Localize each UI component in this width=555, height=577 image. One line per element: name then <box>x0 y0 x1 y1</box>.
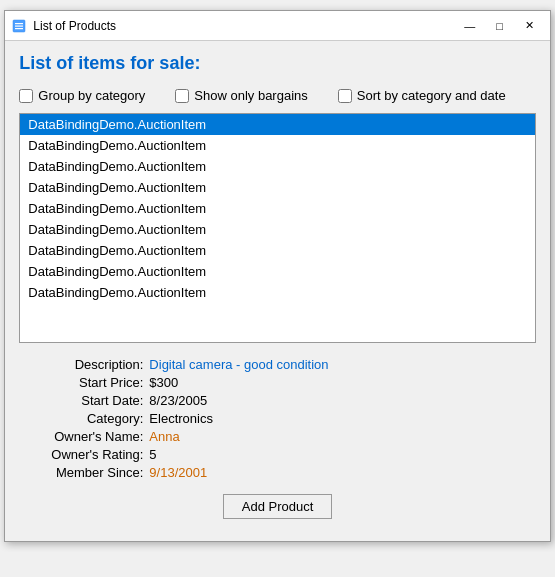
svg-rect-2 <box>15 25 23 26</box>
minimize-button[interactable]: — <box>456 15 484 37</box>
group-by-category-checkbox[interactable] <box>19 89 33 103</box>
title-bar: List of Products — □ ✕ <box>5 11 549 41</box>
sort-category-date-label: Sort by category and date <box>357 88 506 103</box>
start-date-label: Start Date: <box>39 393 149 408</box>
list-item[interactable]: DataBindingDemo.AuctionItem <box>20 261 534 282</box>
products-list[interactable]: DataBindingDemo.AuctionItemDataBindingDe… <box>19 113 535 343</box>
owners-rating-label: Owner's Rating: <box>39 447 149 462</box>
content-area: List of items for sale: Group by categor… <box>5 41 549 541</box>
maximize-button[interactable]: □ <box>486 15 514 37</box>
svg-rect-3 <box>15 28 23 29</box>
description-value: Digital camera - good condition <box>149 357 535 372</box>
list-item[interactable]: DataBindingDemo.AuctionItem <box>20 114 534 135</box>
description-label: Description: <box>39 357 149 372</box>
close-button[interactable]: ✕ <box>516 15 544 37</box>
start-price-value: $300 <box>149 375 535 390</box>
group-by-category-item[interactable]: Group by category <box>19 88 145 103</box>
svg-rect-1 <box>15 23 23 24</box>
owners-rating-value: 5 <box>149 447 535 462</box>
list-item[interactable]: DataBindingDemo.AuctionItem <box>20 135 534 156</box>
checkboxes-row: Group by category Show only bargains Sor… <box>19 88 535 103</box>
list-item[interactable]: DataBindingDemo.AuctionItem <box>20 282 534 303</box>
details-section: Description: Digital camera - good condi… <box>19 357 535 480</box>
list-item[interactable]: DataBindingDemo.AuctionItem <box>20 198 534 219</box>
list-item[interactable]: DataBindingDemo.AuctionItem <box>20 219 534 240</box>
sort-category-date-checkbox[interactable] <box>338 89 352 103</box>
list-item[interactable]: DataBindingDemo.AuctionItem <box>20 156 534 177</box>
window-controls: — □ ✕ <box>456 15 544 37</box>
show-bargains-label: Show only bargains <box>194 88 307 103</box>
window-icon <box>11 18 27 34</box>
show-bargains-checkbox[interactable] <box>175 89 189 103</box>
add-product-button[interactable]: Add Product <box>223 494 333 519</box>
button-row: Add Product <box>19 494 535 529</box>
start-price-label: Start Price: <box>39 375 149 390</box>
category-label: Category: <box>39 411 149 426</box>
category-value: Electronics <box>149 411 535 426</box>
member-since-label: Member Since: <box>39 465 149 480</box>
member-since-value: 9/13/2001 <box>149 465 535 480</box>
list-item[interactable]: DataBindingDemo.AuctionItem <box>20 240 534 261</box>
show-bargains-item[interactable]: Show only bargains <box>175 88 307 103</box>
owners-name-label: Owner's Name: <box>39 429 149 444</box>
window-title: List of Products <box>33 19 455 33</box>
page-title: List of items for sale: <box>19 53 535 74</box>
group-by-category-label: Group by category <box>38 88 145 103</box>
main-window: List of Products — □ ✕ List of items for… <box>4 10 550 542</box>
owners-name-value: Anna <box>149 429 535 444</box>
list-item[interactable]: DataBindingDemo.AuctionItem <box>20 177 534 198</box>
sort-category-date-item[interactable]: Sort by category and date <box>338 88 506 103</box>
start-date-value: 8/23/2005 <box>149 393 535 408</box>
